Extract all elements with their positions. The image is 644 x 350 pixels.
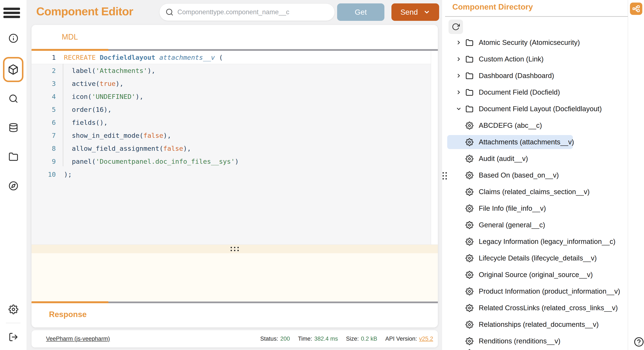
tree-item-label: Renditions (renditions__v) xyxy=(479,337,560,345)
tree-item-label: Document Field Layout (Docfieldlayout) xyxy=(479,105,602,113)
mdl-splitter-bar[interactable] xyxy=(32,49,438,51)
tree-folder-item[interactable]: Document Field (Docfield) xyxy=(442,84,628,101)
menu-icon[interactable] xyxy=(4,8,20,18)
chevron-right-icon[interactable] xyxy=(456,73,466,79)
help-icon[interactable] xyxy=(634,337,644,347)
status-metric: Status:200 xyxy=(260,336,290,342)
mdl-code-editor[interactable]: 1RECREATE Docfieldlayout attachments__v … xyxy=(32,51,438,245)
tree-folder-item[interactable]: Custom Action (Link) xyxy=(442,51,628,67)
page-title: Component Editor xyxy=(36,5,133,18)
tree-item-label: Product Information (product_information… xyxy=(479,287,620,295)
info-icon[interactable] xyxy=(0,33,26,43)
gear-icon xyxy=(466,304,479,312)
indent-guide xyxy=(63,64,63,166)
editor-tab-row: MDL xyxy=(32,25,438,49)
send-button[interactable]: Send xyxy=(392,3,439,21)
code-line[interactable]: 4 icon('UNDEFINED'), xyxy=(32,90,438,103)
line-number: 1 xyxy=(32,54,56,61)
gear-icon[interactable] xyxy=(0,305,26,314)
horizontal-resize-handle[interactable] xyxy=(32,245,438,253)
gear-icon xyxy=(466,188,479,196)
left-sidebar xyxy=(0,0,27,350)
editor-card: MDL 1RECREATE Docfieldlayout attachments… xyxy=(32,25,438,328)
gear-icon xyxy=(466,204,479,212)
line-number: 10 xyxy=(32,171,56,178)
folder-icon xyxy=(466,105,479,113)
code-line[interactable]: 8 allow_field_assignment(false), xyxy=(32,142,438,155)
send-button-label: Send xyxy=(400,8,418,16)
get-button[interactable]: Get xyxy=(337,3,384,21)
folder-nav-icon[interactable] xyxy=(0,152,26,162)
code-line[interactable]: 6 fields(), xyxy=(32,116,438,129)
components-cube-icon[interactable] xyxy=(3,57,24,82)
status-metric: API Version:v25.2 xyxy=(385,336,433,342)
tree-component-item[interactable]: Original Source (original_source__v) xyxy=(442,266,628,283)
directory-divider xyxy=(445,16,628,17)
metric-value: 200 xyxy=(280,336,290,342)
api-version-link[interactable]: v25.2 xyxy=(419,336,433,342)
gear-icon xyxy=(466,254,479,262)
status-metric: Time:382.4 ms xyxy=(298,336,338,342)
gear-icon xyxy=(466,221,479,229)
tree-component-item[interactable]: Related CrossLinks (related_cross_links_… xyxy=(442,300,628,316)
tree-component-item[interactable]: Audit (audit__v) xyxy=(442,150,628,167)
tree-item-label: ABCDEFG (abc__c) xyxy=(479,121,542,130)
tree-component-item[interactable]: Renditions (renditions__v) xyxy=(442,333,628,349)
tree-component-item[interactable]: Legacy Information (legacy_information__… xyxy=(442,233,628,250)
gear-icon xyxy=(466,271,479,279)
gear-icon xyxy=(466,321,479,329)
search-nav-icon[interactable] xyxy=(0,94,26,104)
tree-item-label: Dashboard (Dashboard) xyxy=(479,72,554,80)
tree-component-item[interactable]: Attachments (attachments__v) xyxy=(442,134,628,150)
tree-item-label: Attachments (attachments__v) xyxy=(479,138,574,146)
tree-component-item[interactable]: Lifecycle Details (lifecycle_details__v) xyxy=(442,250,628,266)
logout-icon[interactable] xyxy=(0,332,26,342)
chevron-down-icon[interactable] xyxy=(456,106,466,112)
tree-folder-item[interactable]: Atomic Security (Atomicsecurity) xyxy=(442,34,628,51)
code-line[interactable]: 9 panel('Documentpanel.doc_info_files__s… xyxy=(32,155,438,168)
code-line[interactable]: 1RECREATE Docfieldlayout attachments__v … xyxy=(32,51,438,64)
refresh-icon[interactable] xyxy=(448,19,463,34)
code-line[interactable]: 7 show_in_edit_mode(false), xyxy=(32,129,438,142)
metric-value: 0.2 kB xyxy=(361,336,377,342)
vertical-resize-handle[interactable] xyxy=(442,172,447,179)
tree-component-item[interactable]: File Info (file_info__v) xyxy=(442,200,628,217)
tree-component-item[interactable]: ABCDEFG (abc__c) xyxy=(442,117,628,134)
line-number: 9 xyxy=(32,158,56,165)
tree-item-label: Relationships (related_documents__v) xyxy=(479,321,599,329)
response-splitter-bar[interactable] xyxy=(32,302,438,303)
code-line[interactable]: 10); xyxy=(32,168,438,181)
editor-empty-area xyxy=(32,253,438,302)
tree-folder-item[interactable]: Dashboard (Dashboard) xyxy=(442,67,628,84)
tree-component-item[interactable]: Based On (based_on__v) xyxy=(442,167,628,183)
code-line[interactable]: 2 label('Attachments'), xyxy=(32,64,438,77)
line-number: 8 xyxy=(32,145,56,152)
chevron-right-icon[interactable] xyxy=(456,56,466,62)
tree-item-label: Custom Action (Link) xyxy=(479,55,544,63)
chevron-right-icon[interactable] xyxy=(456,89,466,95)
tree-component-item[interactable]: Relationships (related_documents__v) xyxy=(442,316,628,333)
chevron-right-icon[interactable] xyxy=(456,39,466,45)
status-metric: Size:0.2 kB xyxy=(346,336,377,342)
folder-icon xyxy=(466,39,479,47)
vault-link[interactable]: VeePharm (js-veepharm) xyxy=(46,336,110,342)
database-icon[interactable] xyxy=(0,123,26,133)
search-input[interactable] xyxy=(177,8,328,16)
tree-folder-item[interactable]: Document Field Layout (Docfieldlayout) xyxy=(442,101,628,117)
editor-scrollbar[interactable] xyxy=(431,51,438,245)
tree-component-item[interactable]: Product Information (product_information… xyxy=(442,283,628,300)
tree-item-label: Claims (related_claims_section__v) xyxy=(479,188,590,196)
chevron-down-icon xyxy=(423,9,430,15)
search-icon xyxy=(166,8,174,16)
status-bar: VeePharm (js-veepharm) Status:200Time:38… xyxy=(32,330,438,348)
response-title: Response xyxy=(49,310,87,319)
sitemap-icon[interactable] xyxy=(630,2,642,15)
tab-mdl[interactable]: MDL xyxy=(62,25,78,49)
tree-component-item[interactable]: Claims (related_claims_section__v) xyxy=(442,183,628,200)
code-line[interactable]: 5 order(16), xyxy=(32,103,438,116)
code-line[interactable]: 3 active(true), xyxy=(32,77,438,90)
metric-label: Status: xyxy=(260,336,278,342)
compass-icon[interactable] xyxy=(0,181,26,191)
tree-component-item[interactable]: General (general__c) xyxy=(442,217,628,233)
component-search xyxy=(159,3,335,21)
